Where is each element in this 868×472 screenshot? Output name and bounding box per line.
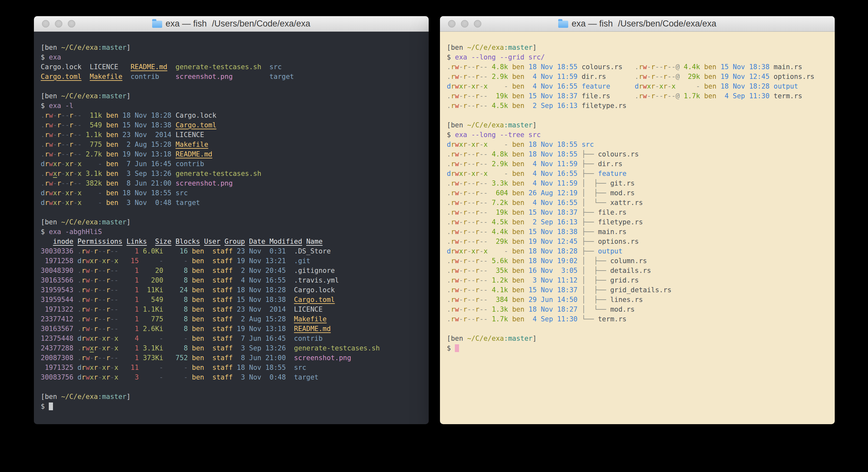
terminal-text: r: [82, 354, 86, 362]
terminal-text: [118, 121, 122, 129]
terminal-text: r: [475, 92, 480, 100]
terminal-text: ben: [512, 286, 524, 294]
terminal-text: r: [463, 247, 467, 255]
terminal-text: r: [69, 199, 74, 207]
minimize-button[interactable]: [461, 20, 468, 28]
terminal-text: [204, 374, 212, 381]
terminal-text: ~/C/e/exa: [61, 218, 98, 226]
terminal-text: w: [455, 305, 459, 313]
minimize-button[interactable]: [55, 20, 62, 28]
terminal-text: w: [86, 344, 90, 352]
terminal-text: r: [463, 170, 467, 177]
terminal-text: src: [270, 63, 282, 71]
terminal-text: r: [475, 179, 480, 187]
terminal-text: r: [475, 296, 480, 303]
terminal-text: r: [475, 199, 480, 207]
terminal-text: ├──: [582, 218, 598, 226]
terminal-text: 2 Aug 15:28: [122, 141, 172, 148]
terminal-text: r: [475, 305, 480, 313]
terminal-text: ├──: [582, 160, 598, 168]
terminal-text: -: [82, 199, 102, 207]
terminal-text: mod.rs: [610, 305, 635, 313]
terminal-text: [188, 344, 192, 352]
terminal-text: staff: [212, 276, 232, 284]
terminal-text: r: [463, 189, 467, 197]
terminal-text: r: [69, 141, 74, 148]
terminal-text: [188, 354, 192, 362]
terminal-text: 4 Sep 11:30: [528, 315, 578, 323]
terminal-text: [232, 73, 270, 81]
terminal-text: .: [78, 315, 82, 323]
terminal-text: -: [467, 170, 471, 177]
terminal-text: 3: [118, 374, 138, 381]
terminal-line: [ben ~/C/e/exa:master]: [447, 43, 828, 52]
cursor-block: [49, 403, 53, 410]
terminal-text: :master: [98, 393, 127, 401]
terminal-line: [447, 111, 828, 120]
terminal-text: --: [110, 267, 118, 274]
terminal-text: --: [467, 267, 475, 274]
terminal-text: 16 Nov 3:05: [528, 267, 578, 274]
terminal-text: 15 Nov 18:38: [122, 121, 172, 129]
close-button[interactable]: [448, 20, 456, 28]
terminal-text: x: [484, 83, 488, 90]
terminal-text: -: [459, 296, 463, 303]
zoom-button[interactable]: [68, 20, 75, 28]
terminal-text: [118, 112, 122, 119]
terminal-text: r: [451, 199, 455, 207]
terminal-text: ]: [533, 334, 537, 342]
terminal-text: ~/C/e/exa: [467, 121, 504, 129]
terminal-text: [204, 354, 212, 362]
terminal-text: ben: [512, 315, 524, 323]
terminal-text: [204, 364, 212, 372]
terminal-text: [578, 267, 582, 274]
terminal-text: r: [463, 296, 467, 303]
zoom-button[interactable]: [474, 20, 481, 28]
terminal-text: w: [455, 102, 459, 110]
terminal-text: │ └──: [582, 199, 610, 207]
terminal-text: ben: [704, 63, 716, 71]
terminal-text: r: [451, 257, 455, 265]
terminal-text: --: [73, 112, 82, 119]
terminal-text: 5.6k: [488, 257, 508, 265]
terminal-text: r: [463, 63, 467, 71]
terminal-text: w: [455, 228, 459, 236]
terminal-text: [508, 83, 512, 90]
terminal-text: target: [176, 199, 200, 207]
terminal-text: -: [73, 199, 78, 207]
terminal-text: x: [484, 141, 488, 148]
terminal-text: ]: [533, 121, 537, 129]
terminal-text: staff: [212, 354, 232, 362]
terminal-text: [622, 63, 635, 71]
terminal-text: [73, 238, 78, 245]
terminal-line: .rw-r--r-- 4.5k ben 2 Sep 16:13 filetype…: [447, 101, 828, 111]
terminal-text: [73, 267, 78, 274]
terminal-line: 20087308 .rw-r--r-- 1 373Ki 752 ben staf…: [41, 353, 422, 363]
terminal-text: w: [86, 364, 90, 372]
terminal-line: 12375448 drwxr-xr-x 4 - - ben staff 7 Ju…: [41, 334, 422, 343]
terminal-text: r: [69, 160, 74, 168]
terminal-text: [41, 238, 53, 245]
terminal-text: [ben: [41, 92, 61, 100]
terminal-text: w: [455, 257, 459, 265]
terminal-text: --: [61, 131, 69, 139]
terminal-text: [578, 73, 582, 81]
terminal-text: r: [651, 73, 655, 81]
terminal-text: .: [447, 189, 451, 197]
terminal-text: screenshot.png: [176, 73, 232, 81]
terminal-text: main.rs: [598, 228, 627, 236]
terminal-text: -: [53, 179, 57, 187]
terminal-text: --: [479, 305, 488, 313]
terminal-text: 1: [118, 354, 138, 362]
terminal-text: x: [102, 344, 106, 352]
terminal-output[interactable]: [ben ~/C/e/exa:master]$ exa --long --gri…: [440, 32, 835, 359]
terminal-output[interactable]: [ben ~/C/e/exa:master]$ exaCargo.lock LI…: [34, 32, 429, 418]
terminal-text: Makefile: [294, 315, 327, 323]
terminal-text: .: [78, 325, 82, 333]
terminal-text: x: [471, 247, 475, 255]
terminal-text: [188, 296, 192, 303]
window-title: exa — fish: [571, 19, 613, 29]
terminal-text: .: [447, 286, 451, 294]
close-button[interactable]: [42, 20, 50, 28]
terminal-text: generate-testcases.sh: [176, 63, 261, 71]
